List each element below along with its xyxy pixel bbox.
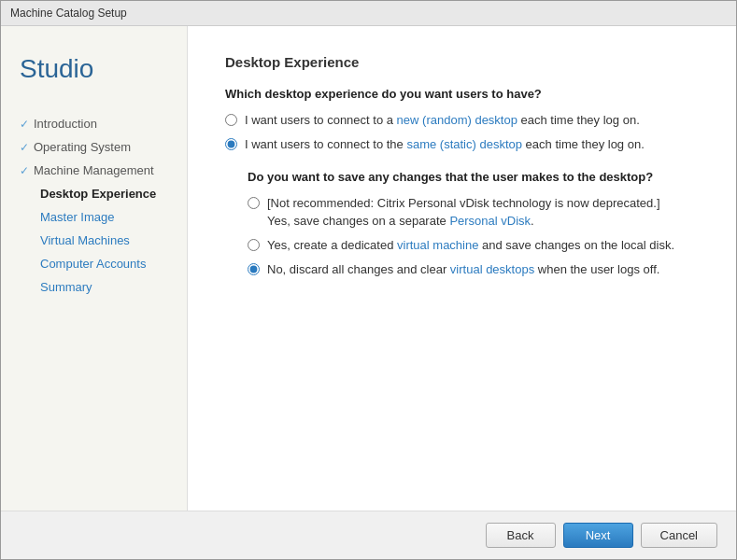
highlight-static: same (static) desktop	[406, 137, 522, 151]
check-icon-machine-management: ✓	[20, 164, 29, 177]
sidebar-item-master-image[interactable]: Master Image	[1, 205, 187, 229]
sidebar-item-computer-accounts[interactable]: Computer Accounts	[1, 252, 187, 275]
title-bar: Machine Catalog Setup	[1, 1, 736, 26]
label-random: I want users to connect to a new (random…	[245, 112, 640, 129]
option-random: I want users to connect to a new (random…	[225, 112, 699, 129]
option-static: I want users to connect to the same (sta…	[225, 136, 699, 153]
cancel-button[interactable]: Cancel	[641, 523, 717, 548]
sidebar-item-machine-management: ✓ Machine Management	[1, 159, 187, 182]
radio-personal-vdisk[interactable]	[248, 197, 260, 209]
save-changes-options: [Not recommended: Citrix Personal vDisk …	[248, 195, 699, 278]
radio-random[interactable]	[225, 114, 237, 126]
desktop-experience-options: I want users to connect to a new (random…	[225, 112, 699, 153]
radio-virtual-machine[interactable]	[248, 239, 260, 251]
footer: Back Next Cancel	[1, 511, 736, 559]
radio-discard[interactable]	[248, 263, 260, 275]
sidebar: Studio ✓ Introduction ✓ Operating System…	[1, 26, 188, 511]
highlight-random: new (random) desktop	[397, 113, 517, 127]
highlight-vdisk: Personal vDisk	[449, 214, 531, 228]
label-virtual-machine: Yes, create a dedicated virtual machine …	[267, 237, 674, 254]
question2: Do you want to save any changes that the…	[248, 170, 699, 184]
check-icon-operating-system: ✓	[20, 141, 29, 154]
studio-logo: Studio	[1, 45, 187, 112]
question1: Which desktop experience do you want use…	[225, 87, 699, 101]
check-icon-introduction: ✓	[20, 118, 29, 131]
label-static: I want users to connect to the same (sta…	[245, 136, 645, 153]
label-discard: No, discard all changes and clear virtua…	[267, 261, 659, 278]
main-content: Desktop Experience Which desktop experie…	[188, 26, 736, 511]
highlight-vm: virtual machine	[397, 238, 478, 252]
back-button[interactable]: Back	[486, 523, 556, 548]
sidebar-item-virtual-machines[interactable]: Virtual Machines	[1, 229, 187, 252]
highlight-discard: virtual desktops	[450, 262, 534, 276]
window-title: Machine Catalog Setup	[10, 7, 127, 20]
section-title: Desktop Experience	[225, 54, 699, 70]
option-virtual-machine: Yes, create a dedicated virtual machine …	[248, 237, 699, 254]
sidebar-item-operating-system: ✓ Operating System	[1, 135, 187, 159]
sidebar-item-summary[interactable]: Summary	[1, 275, 187, 299]
sidebar-item-introduction: ✓ Introduction	[1, 112, 187, 135]
radio-static[interactable]	[225, 138, 237, 150]
option-personal-vdisk: [Not recommended: Citrix Personal vDisk …	[248, 195, 699, 229]
next-button[interactable]: Next	[563, 523, 633, 548]
machine-catalog-setup-window: Machine Catalog Setup Studio ✓ Introduct…	[0, 0, 737, 560]
label-personal-vdisk: [Not recommended: Citrix Personal vDisk …	[267, 195, 660, 229]
sidebar-item-desktop-experience: Desktop Experience	[1, 182, 187, 205]
option-discard: No, discard all changes and clear virtua…	[248, 261, 699, 278]
